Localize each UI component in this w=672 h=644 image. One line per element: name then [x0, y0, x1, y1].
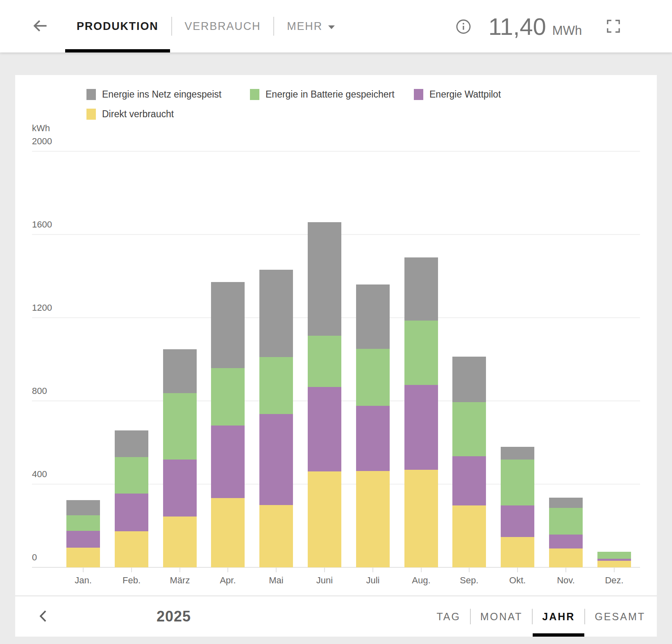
tab-label: PRODUKTION	[77, 20, 159, 33]
bar-segment	[308, 336, 341, 387]
x-axis-label: März	[153, 575, 207, 586]
bar-segment	[115, 430, 148, 457]
bar-segment	[404, 321, 438, 385]
stacked-bar-chart: 0400800120016002000kWhJan.Feb.MärzApr.Ma…	[15, 75, 657, 595]
y-axis-label: 0	[32, 552, 37, 563]
bar-segment	[501, 537, 534, 567]
range-tab-label: MONAT	[480, 611, 522, 623]
bar-segment	[211, 368, 245, 426]
bar-segment	[163, 517, 197, 567]
bar-segment	[259, 270, 293, 357]
tab-produktion[interactable]: PRODUKTION	[75, 0, 160, 52]
previous-period-button[interactable]	[34, 607, 54, 626]
x-axis-tick	[469, 567, 470, 572]
x-axis-tick	[131, 567, 132, 572]
range-tab-jahr[interactable]: JAHR	[541, 596, 576, 637]
range-tab-label: JAHR	[542, 611, 575, 623]
x-axis-tick	[324, 567, 325, 572]
bar-segment	[211, 282, 245, 368]
x-axis-tick	[614, 567, 615, 572]
range-tab-gesamt[interactable]: GESAMT	[594, 596, 646, 637]
chart-card: Energie ins Netz eingespeist Energie in …	[15, 75, 657, 595]
tab-separator	[171, 17, 172, 36]
bar-segment	[163, 460, 197, 517]
bar-sep[interactable]	[452, 357, 486, 567]
tab-verbrauch[interactable]: VERBRAUCH	[183, 0, 263, 52]
tab-label: VERBRAUCH	[185, 20, 261, 33]
x-axis-label: Nov.	[539, 575, 593, 586]
bar-segment	[549, 508, 583, 534]
active-tab-underline	[65, 49, 170, 52]
y-axis-label: 2000	[32, 136, 52, 147]
x-axis-tick	[227, 567, 228, 572]
range-tab-tag[interactable]: TAG	[436, 596, 461, 637]
arrow-left-icon	[31, 30, 49, 36]
bar-segment	[549, 498, 583, 508]
bar-segment	[163, 393, 197, 460]
bar-segment	[66, 515, 100, 530]
bar-segment	[115, 531, 148, 567]
bar-segment	[597, 561, 631, 567]
bar-segment	[501, 505, 534, 537]
info-icon[interactable]	[455, 18, 472, 35]
bar-segment	[66, 548, 100, 567]
gridline	[32, 151, 640, 152]
y-axis-label: 400	[32, 469, 47, 480]
tab-mehr[interactable]: MEHR	[285, 0, 336, 52]
bar-segment	[549, 548, 583, 567]
bar-segment	[501, 447, 534, 460]
bar-segment	[308, 471, 341, 567]
range-tab-monat[interactable]: MONAT	[479, 596, 523, 637]
x-axis-label: Feb.	[105, 575, 158, 586]
bar-segment	[115, 494, 148, 531]
bar-segment	[549, 535, 583, 548]
period-label: 2025	[123, 596, 225, 637]
x-axis-tick	[83, 567, 84, 572]
bar-apr[interactable]	[211, 282, 245, 567]
back-button[interactable]	[30, 16, 51, 37]
chevron-down-icon	[328, 25, 335, 29]
bar-segment	[452, 402, 486, 456]
fullscreen-icon[interactable]	[605, 18, 622, 34]
bar-segment	[452, 505, 486, 567]
tab-label: MEHR	[287, 20, 322, 33]
bar-jan[interactable]	[66, 500, 100, 567]
x-axis-tick	[565, 567, 566, 572]
bar-segment	[356, 471, 390, 567]
bar-nov[interactable]	[549, 498, 583, 567]
bar-okt[interactable]	[501, 447, 534, 567]
bar-segment	[308, 387, 341, 471]
bar-segment	[404, 470, 438, 567]
bar-juni[interactable]	[308, 222, 341, 567]
bar-segment	[404, 385, 438, 470]
bar-segment	[356, 406, 390, 471]
bar-segment	[452, 456, 486, 506]
x-axis-label: Sep.	[443, 575, 496, 586]
bar-juli[interactable]	[356, 284, 390, 567]
total-production: 11,40 MWh	[488, 0, 582, 52]
y-axis-unit-label: kWh	[32, 123, 50, 134]
x-axis-tick	[421, 567, 422, 572]
bar-segment	[115, 457, 148, 494]
bar-segment	[259, 414, 293, 505]
bar-segment	[211, 498, 245, 567]
bar-märz[interactable]	[163, 349, 197, 567]
bar-segment	[163, 349, 197, 393]
bar-mai[interactable]	[259, 270, 293, 567]
bar-segment	[356, 349, 390, 406]
x-axis-label: Jan.	[57, 575, 110, 586]
bar-aug[interactable]	[404, 257, 438, 567]
y-axis-label: 800	[32, 386, 47, 396]
chevron-left-icon	[36, 619, 52, 626]
bar-dez[interactable]	[597, 552, 631, 567]
range-separator	[532, 609, 533, 624]
y-axis-label: 1200	[32, 303, 52, 313]
bottom-bar: 2025 TAG MONAT JAHR GESAMT	[15, 596, 657, 637]
x-axis-label: Apr.	[201, 575, 254, 586]
main-tabs: PRODUKTION VERBRAUCH MEHR	[75, 0, 336, 52]
bar-feb[interactable]	[115, 430, 148, 567]
range-tab-label: GESAMT	[595, 611, 645, 623]
bar-segment	[259, 505, 293, 567]
range-tab-label: TAG	[436, 611, 461, 623]
x-axis-tick	[517, 567, 518, 572]
